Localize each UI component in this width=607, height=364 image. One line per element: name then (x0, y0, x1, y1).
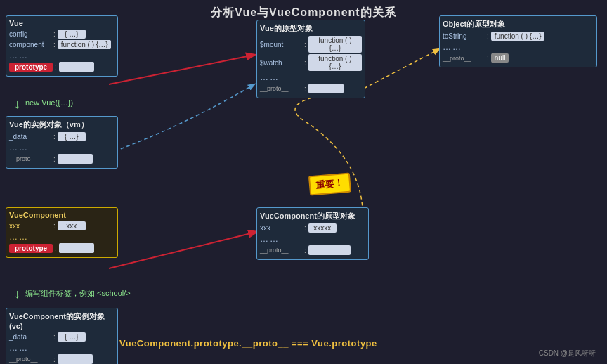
vp-row-mount: $mount : function ( ) {…} (260, 36, 362, 53)
svg-line-0 (109, 55, 254, 84)
object-prototype-box: Object的原型对象 toString : function ( ) {…} … (439, 15, 597, 67)
op-dots: …… (443, 42, 594, 52)
vc-dots: …… (9, 232, 115, 242)
vue-box-title: Vue (9, 19, 115, 27)
page: 分析Vue与VueComponent的关系 (0, 0, 607, 364)
svg-line-1 (109, 232, 256, 268)
vm-row-proto: __proto__ : (9, 154, 115, 164)
vue-prototype-box: Vue的原型对象 $mount : function ( ) {…} $watc… (256, 20, 365, 98)
vci-row-data: _data : { …} (9, 332, 115, 342)
vm-dots: …… (9, 143, 115, 152)
op-row-proto: __proto__ : null (443, 53, 594, 63)
vue-dots: …… (9, 51, 115, 60)
vc-prototype-box: VueComponent的原型对象 xxx : xxxxx …… __proto… (256, 207, 369, 260)
write-component-label: 编写组件标签，例如:<school/> (25, 288, 131, 299)
vci-dots: …… (9, 343, 115, 353)
vue-box: Vue config : { …} component : function (… (6, 15, 118, 77)
vp-row-watch: $watch : function ( ) {…} (260, 54, 362, 71)
vc-row-xxx: xxx : xxx (9, 221, 115, 230)
object-prototype-title: Object的原型对象 (443, 19, 594, 30)
vc-instance-title: VueComponent的实例对象(vc) (9, 311, 115, 330)
down-arrow-2: ↓ (14, 287, 20, 301)
down-arrow-1: ↓ (14, 97, 20, 112)
vc-row-prototype: prototype : (9, 243, 115, 253)
vcp-row-xxx: xxx : xxxxx (260, 223, 365, 233)
vue-instance-box: Vue的实例对象（vm） _data : { …} …… __proto__ : (6, 116, 118, 169)
vci-row-proto: __proto__ : (9, 354, 115, 364)
important-badge: 重要！ (308, 172, 351, 195)
vcp-row-proto: __proto__ : (260, 245, 365, 255)
new-vue-label: new Vue({…}) (25, 98, 73, 107)
vc-prototype-title: VueComponent的原型对象 (260, 211, 365, 221)
vue-prototype-title: Vue的原型对象 (260, 23, 362, 34)
vc-instance-box: VueComponent的实例对象(vc) _data : { …} …… __… (6, 308, 118, 364)
vue-component-box: VueComponent xxx : xxx …… prototype : (6, 207, 118, 258)
vcp-dots: …… (260, 234, 365, 244)
vue-row-config: config : { …} (9, 30, 115, 39)
vue-component-title: VueComponent (9, 211, 115, 219)
vue-row-component: component : function ( ) {…} (9, 40, 115, 49)
bottom-formula: VueComponent.prototype.__proto__ === Vue… (119, 338, 377, 349)
op-row-tostring: toString : function ( ) {…} (443, 32, 594, 41)
vue-row-prototype: prototype : (9, 62, 115, 72)
csdn-label: CSDN @是风呀呀 (539, 349, 596, 358)
svg-line-2 (358, 49, 439, 91)
vp-dots: …… (260, 72, 362, 82)
vue-instance-title: Vue的实例对象（vm） (9, 119, 115, 130)
vp-row-proto: __proto__ : (260, 84, 362, 93)
vm-row-data: _data : { …} (9, 132, 115, 141)
